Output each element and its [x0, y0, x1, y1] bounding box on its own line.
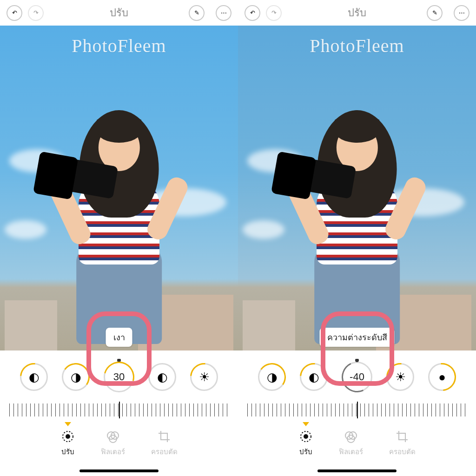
dial-selected[interactable]: 30	[104, 362, 134, 392]
dial-next2[interactable]: ☀	[190, 363, 218, 391]
markup-button[interactable]: ✎	[189, 5, 205, 21]
dial-prev2[interactable]: ◑	[258, 363, 286, 391]
photo-preview[interactable]: PhotoFleem เงา	[0, 26, 238, 350]
more-button[interactable]: ⋯	[216, 5, 231, 21]
dial-selected[interactable]: -40	[342, 362, 372, 392]
tab-adjust-label: ปรับ	[61, 446, 74, 457]
pen-icon: ✎	[194, 9, 199, 16]
crop-icon	[157, 430, 171, 443]
tab-filters[interactable]: ฟิลเตอร์	[101, 430, 125, 457]
top-bar: ↶ ↷ ปรับ ✎ ⋯	[0, 0, 238, 26]
adjustment-label: ความต่างระดับสี	[320, 328, 395, 347]
edit-controls: ◑ ◐ -40 ☀ ● ปรับ ฟิลเตอร์ ครอบตัด	[238, 350, 476, 476]
tab-filters-label: ฟิลเตอร์	[339, 446, 363, 457]
undo-button[interactable]: ↶	[7, 5, 22, 21]
dial-next1[interactable]: ◐	[148, 363, 176, 391]
filters-icon	[344, 430, 358, 443]
tab-filters-label: ฟิลเตอร์	[101, 446, 125, 457]
watermark: PhotoFleem	[238, 35, 476, 57]
adjustment-label: เงา	[106, 328, 132, 347]
bottom-tabs: ปรับ ฟิลเตอร์ ครอบตัด	[61, 430, 178, 457]
home-indicator[interactable]	[79, 469, 159, 472]
tab-adjust[interactable]: ปรับ	[299, 430, 313, 457]
dial-prev1[interactable]: ◑	[62, 363, 90, 391]
value-slider[interactable]	[247, 403, 466, 416]
watermark: PhotoFleem	[0, 35, 238, 57]
left-screenshot: ↶ ↷ ปรับ ✎ ⋯ PhotoFleem เงา ◐ ◑	[0, 0, 238, 476]
svg-point-1	[66, 434, 70, 439]
tab-filters[interactable]: ฟิลเตอร์	[339, 430, 363, 457]
contrast-icon: ◐	[157, 371, 168, 383]
redo-icon: ↷	[33, 9, 39, 16]
redo-button[interactable]: ↷	[28, 5, 44, 21]
dial-next1[interactable]: ☀	[386, 363, 414, 391]
bottom-tabs: ปรับ ฟิลเตอร์ ครอบตัด	[299, 430, 416, 457]
right-screenshot: ↶ ↷ ปรับ ✎ ⋯ PhotoFleem ความต่างระดับสี …	[238, 0, 476, 476]
tab-crop-label: ครอบตัด	[151, 446, 178, 457]
tab-crop[interactable]: ครอบตัด	[151, 430, 178, 457]
tab-crop-label: ครอบตัด	[389, 446, 416, 457]
ellipsis-icon: ⋯	[221, 9, 227, 16]
redo-button[interactable]: ↷	[266, 5, 282, 21]
pen-icon: ✎	[432, 9, 437, 16]
redo-icon: ↷	[271, 9, 277, 16]
undo-button[interactable]: ↶	[245, 5, 260, 21]
value-slider[interactable]	[9, 403, 228, 416]
top-bar: ↶ ↷ ปรับ ✎ ⋯	[238, 0, 476, 26]
more-button[interactable]: ⋯	[454, 5, 469, 21]
dial-prev2[interactable]: ◐	[20, 363, 48, 391]
adjust-icon	[61, 430, 75, 443]
adjustment-dials[interactable]: ◑ ◐ -40 ☀ ●	[238, 359, 476, 395]
ellipsis-icon: ⋯	[459, 9, 465, 16]
home-indicator[interactable]	[317, 469, 397, 472]
dial-next2[interactable]: ●	[428, 363, 456, 391]
tab-crop[interactable]: ครอบตัด	[389, 430, 416, 457]
adjustment-dials[interactable]: ◐ ◑ 30 ◐ ☀	[0, 359, 238, 395]
crop-icon	[395, 430, 409, 443]
edit-controls: ◐ ◑ 30 ◐ ☀ ปรับ ฟิลเตอร์ ครอบตัด	[0, 350, 238, 476]
tab-adjust[interactable]: ปรับ	[61, 430, 75, 457]
undo-icon: ↶	[250, 9, 255, 16]
tab-adjust-label: ปรับ	[299, 446, 312, 457]
adjust-icon	[299, 430, 313, 443]
svg-point-6	[304, 434, 308, 439]
undo-icon: ↶	[12, 9, 17, 16]
filters-icon	[106, 430, 120, 443]
markup-button[interactable]: ✎	[427, 5, 443, 21]
dial-prev1[interactable]: ◐	[300, 363, 328, 391]
photo-preview[interactable]: PhotoFleem ความต่างระดับสี	[238, 26, 476, 350]
